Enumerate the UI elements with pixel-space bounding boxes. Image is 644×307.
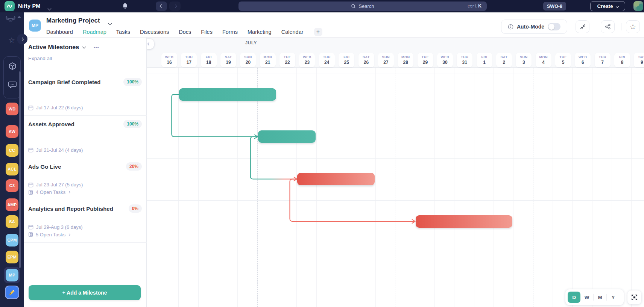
collapse-sidebar-button[interactable] [17, 34, 27, 44]
add-milestone-button[interactable]: + Add a Milestone [29, 285, 141, 300]
info-icon [508, 24, 513, 30]
sidebar-project-mp[interactable]: MP [6, 269, 18, 281]
gantt-bar-ads-go-live[interactable] [297, 173, 374, 185]
day-gridline [356, 68, 356, 307]
day-header-cell: SUN3 [516, 53, 532, 67]
milestone-progress-badge: 100% [123, 78, 142, 86]
sidebar-project-epm[interactable]: EPM [6, 251, 18, 263]
tab-roadmap[interactable]: Roadmap [83, 29, 106, 35]
favorites-star-icon[interactable]: ☆ [8, 36, 15, 45]
milestones-title[interactable]: Active Milestones [28, 44, 85, 51]
gantt-bar-assets-approved[interactable] [258, 130, 316, 143]
brand-name[interactable]: Nifty PM [18, 3, 41, 9]
tab-docs[interactable]: Docs [179, 29, 191, 35]
search-input[interactable]: Search CtrlK [238, 2, 487, 11]
favorite-project-button[interactable]: ☆ [626, 20, 640, 33]
day-gridline [474, 68, 474, 307]
workspace-badge[interactable]: SWO-8 [543, 2, 566, 11]
day-gridline [415, 68, 415, 307]
day-header-cell: WED6 [575, 53, 591, 67]
milestone-dates: Jul 21-Jul 24 (4 days) [28, 147, 83, 153]
auto-mode-toggle[interactable] [548, 23, 560, 30]
day-header-cell: FRI18 [201, 53, 217, 67]
page-title[interactable]: Marketing Project [46, 17, 100, 24]
milestone-row[interactable]: Assets Approved100%Jul 21-Jul 24 (4 days… [24, 116, 147, 158]
gantt-bar-analytics-and-report-published[interactable] [416, 215, 513, 228]
nav-forward-button[interactable] [169, 2, 181, 11]
tab-files[interactable]: Files [201, 29, 213, 35]
view-mode-d-button[interactable]: D [568, 292, 580, 303]
day-header-cell: SAT26 [358, 53, 374, 67]
milestone-name: Campaign Brief Completed [28, 79, 101, 85]
day-gridline [434, 68, 435, 307]
day-header-cell: MON21 [260, 53, 276, 67]
user-avatar[interactable] [633, 1, 643, 11]
nav-back-button[interactable] [156, 2, 167, 11]
roadmap-gantt: JULY WED16THU17FRI18SAT19SUN20MON21TUE22… [147, 38, 644, 307]
sidebar-tools-group [3, 56, 21, 98]
milestones-menu-icon[interactable]: ••• [94, 45, 99, 50]
milestone-open-tasks-link[interactable]: 4 Open Tasks [28, 189, 83, 195]
tab-forms[interactable]: Forms [222, 29, 238, 35]
day-gridline [553, 68, 553, 307]
day-header-cell: THU31 [457, 53, 472, 67]
view-mode-w-button[interactable]: W [580, 292, 593, 303]
fullscreen-icon [631, 294, 638, 301]
milestone-row[interactable]: Campaign Brief Completed100%Jul 17-Jul 2… [24, 74, 147, 116]
workspace-horns-icon[interactable] [5, 15, 16, 24]
gantt-body [147, 68, 644, 307]
timescale-switcher: DWMY [565, 289, 624, 305]
tab-tasks[interactable]: Tasks [116, 29, 130, 35]
row-gridline [147, 200, 644, 201]
create-button[interactable]: Create [590, 1, 625, 11]
sidebar-project-c3[interactable]: C3 [6, 179, 18, 192]
new-doc-pencil-icon[interactable] [5, 286, 19, 299]
tab-marketing[interactable]: Marketing [248, 29, 272, 35]
milestone-progress-badge: 0% [129, 204, 142, 213]
week-start-gridline [395, 68, 395, 307]
day-header-cell: SUN20 [240, 53, 256, 67]
share-button[interactable] [601, 20, 615, 33]
milestones-panel: Active Milestones ••• Expand all Campaig… [24, 38, 147, 307]
day-header-cell: WED23 [299, 53, 315, 67]
milestone-name: Ads Go Live [28, 163, 61, 170]
milestone-row[interactable]: Analytics and Report Published0%Jul 29-A… [24, 200, 147, 243]
day-gridline [316, 68, 317, 307]
day-header-cell: THU7 [595, 53, 611, 67]
expand-all-link[interactable]: Expand all [28, 56, 52, 61]
auto-mode-control[interactable]: Auto-Mode [501, 20, 567, 34]
week-start-gridline [257, 68, 258, 307]
milestone-open-tasks-link[interactable]: 5 Open Tasks [28, 232, 83, 237]
overview-cube-icon[interactable] [4, 62, 21, 71]
add-tab-button[interactable]: + [314, 28, 322, 36]
nifty-logo-icon[interactable] [5, 1, 15, 11]
tab-calendar[interactable]: Calendar [281, 29, 304, 35]
tab-dashboard[interactable]: Dashboard [46, 29, 73, 35]
sidebar-project-aw[interactable]: AW [6, 125, 18, 138]
collapse-view-button[interactable] [576, 20, 589, 33]
sidebar-project-acl[interactable]: ACL [6, 163, 18, 175]
divider [596, 23, 596, 30]
project-chevron-down-icon[interactable] [109, 20, 111, 26]
day-gridline [277, 68, 277, 307]
sidebar-project-wd[interactable]: WD [6, 103, 18, 115]
project-avatar[interactable]: MP [29, 20, 41, 32]
row-gridline [147, 74, 644, 74]
view-mode-y-button[interactable]: Y [607, 292, 620, 303]
brand-chevron-down-icon[interactable] [48, 5, 51, 11]
sidebar-project-cpm[interactable]: CPM [6, 234, 18, 247]
fullscreen-button[interactable] [627, 290, 641, 304]
sidebar-project-cc[interactable]: CC [6, 144, 18, 157]
nifty-roadmap-app: Nifty PM Search CtrlK SWO-8 Create [0, 0, 644, 307]
sidebar-scrollbar[interactable] [19, 71, 21, 268]
gantt-bar-campaign-brief-completed[interactable] [179, 88, 276, 101]
milestone-name: Analytics and Report Published [28, 206, 113, 212]
tab-discussions[interactable]: Discussions [140, 29, 169, 35]
month-label: JULY [245, 41, 257, 45]
sidebar-project-amp[interactable]: AMP [6, 198, 18, 211]
view-mode-m-button[interactable]: M [594, 292, 606, 303]
milestone-row[interactable]: Ads Go Live20%Jul 23-Jul 27 (5 days)4 Op… [24, 158, 147, 201]
notifications-bell-icon[interactable] [122, 3, 128, 11]
sidebar-scroll-up-icon[interactable] [17, 16, 21, 18]
sidebar-project-sa[interactable]: SA [6, 215, 18, 228]
